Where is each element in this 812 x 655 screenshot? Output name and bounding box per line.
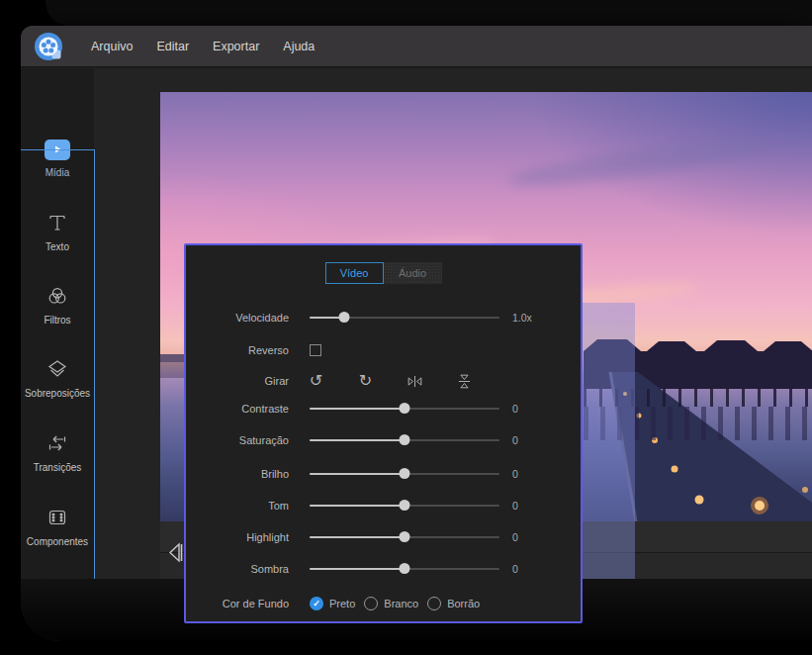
radio-label: Branco (384, 598, 418, 609)
slider-label: Contraste (186, 403, 289, 415)
slider-handle[interactable] (400, 563, 410, 574)
slider-row-saturacao: Saturação 0 (186, 424, 581, 456)
sidebar-label: Filtros (21, 315, 94, 326)
transitions-icon (21, 430, 94, 456)
previous-frame-icon[interactable] (164, 540, 186, 566)
slider-fill (310, 568, 405, 570)
sidebar-label: Transições (21, 462, 94, 473)
sidebar-label: Texto (21, 241, 94, 252)
radio-label: Borrão (447, 598, 480, 609)
saturation-slider[interactable] (310, 433, 499, 447)
menu-exportar[interactable]: Exportar (201, 34, 271, 59)
slider-fill (310, 473, 405, 475)
flip-vertical-icon[interactable] (455, 372, 474, 391)
radio-option-branco[interactable]: Branco (364, 597, 418, 610)
slider-fill (310, 536, 405, 538)
slider-label: Saturação (186, 434, 289, 446)
menu-items: Arquivo Editar Exportar Ajuda (79, 34, 326, 59)
slider-row-sombra: Sombra 0 (186, 553, 581, 585)
highlight-slider[interactable] (310, 530, 499, 544)
menu-arquivo[interactable]: Arquivo (79, 34, 144, 59)
app-logo-icon[interactable] (34, 32, 63, 61)
sidebar-label: Mídia (21, 167, 94, 178)
speed-slider[interactable] (310, 311, 499, 325)
sidebar-item-componentes[interactable]: Componentes (21, 505, 94, 560)
slider-value: 0 (512, 500, 518, 512)
dialog-tabs: Vídeo Áudio (186, 262, 581, 284)
tab-audio[interactable]: Áudio (384, 262, 442, 284)
rotate-label: Girar (186, 375, 289, 387)
menu-ajuda[interactable]: Ajuda (271, 34, 326, 59)
screen: Arquivo Editar Exportar Ajuda Mídia Text… (0, 0, 812, 655)
rotate-cw-icon[interactable]: ↻ (356, 372, 375, 391)
slider-row-velocidade: Velocidade 1.0x (186, 302, 581, 333)
slider-row-tom: Tom 0 (186, 490, 581, 521)
rotate-ccw-icon[interactable]: ↺ (307, 372, 325, 391)
slider-handle[interactable] (400, 434, 410, 445)
menu-bar: Arquivo Editar Exportar Ajuda (21, 26, 812, 67)
slider-row-contraste: Contraste 0 (186, 393, 581, 424)
radio-icon[interactable] (364, 597, 378, 610)
slider-value: 0 (512, 531, 518, 543)
radio-option-preto[interactable]: Preto (310, 597, 355, 610)
sidebar-item-transicoes[interactable]: Transições (21, 430, 94, 486)
slider-label: Sombra (186, 563, 289, 575)
slider-handle[interactable] (400, 500, 410, 511)
slider-label: Tom (186, 500, 289, 512)
sidebar-item-filtros[interactable]: Filtros (21, 283, 94, 338)
sidebar-label: Componentes (21, 536, 94, 547)
media-play-icon (45, 140, 70, 160)
slider-label: Highlight (186, 531, 289, 543)
background-window (45, 0, 812, 26)
sidebar: Mídia Texto Filtros (21, 68, 94, 579)
radio-label: Preto (329, 598, 355, 609)
selection-overlay (583, 303, 635, 579)
reverse-row: Reverso (186, 334, 581, 366)
slider-handle[interactable] (400, 403, 410, 414)
slider-handle[interactable] (400, 468, 410, 479)
menu-editar[interactable]: Editar (144, 34, 201, 59)
slider-fill (310, 505, 405, 507)
rotate-buttons: ↺ ↻ (307, 372, 474, 391)
sidebar-label: Sobreposições (21, 388, 94, 399)
slider-value: 0 (512, 563, 518, 575)
flip-horizontal-icon[interactable] (406, 372, 424, 391)
sidebar-item-texto[interactable]: Texto (21, 210, 94, 265)
radio-icon[interactable] (310, 597, 323, 610)
slider-label: Velocidade (186, 312, 289, 324)
radio-icon[interactable] (427, 597, 441, 610)
slider-fill (310, 408, 405, 410)
slider-label: Brilho (186, 468, 289, 480)
slider-value: 0 (512, 468, 518, 480)
tab-video[interactable]: Vídeo (325, 262, 384, 284)
slider-row-highlight: Highlight 0 (186, 521, 581, 553)
filters-icon (21, 283, 94, 309)
slider-handle[interactable] (338, 312, 349, 323)
background-color-options: Preto Branco Borrão (310, 597, 480, 610)
hue-slider[interactable] (310, 499, 499, 513)
text-icon (21, 210, 94, 235)
radio-option-borrao[interactable]: Borrão (427, 597, 480, 610)
contrast-slider[interactable] (310, 402, 499, 416)
sidebar-item-sobreposicoes[interactable]: Sobreposições (21, 356, 94, 412)
reverse-checkbox[interactable] (310, 344, 321, 356)
slider-value: 0 (512, 434, 518, 446)
overlays-icon (21, 356, 94, 382)
slider-value: 1.0x (512, 312, 532, 324)
background-color-label: Cor de Fundo (186, 598, 289, 609)
clip-properties-dialog: Vídeo Áudio Velocidade 1.0x Reverso Gira… (184, 243, 583, 623)
background-color-row: Cor de Fundo Preto Branco Borrão (186, 588, 581, 619)
shadow-slider[interactable] (310, 562, 499, 576)
slider-fill (310, 439, 405, 441)
slider-row-brilho: Brilho 0 (186, 458, 581, 490)
components-icon (21, 505, 94, 530)
slider-value: 0 (512, 403, 518, 415)
brightness-slider[interactable] (310, 467, 499, 481)
sidebar-item-midia[interactable]: Mídia (21, 136, 94, 191)
reverse-label: Reverso (186, 344, 289, 356)
slider-handle[interactable] (400, 531, 410, 542)
